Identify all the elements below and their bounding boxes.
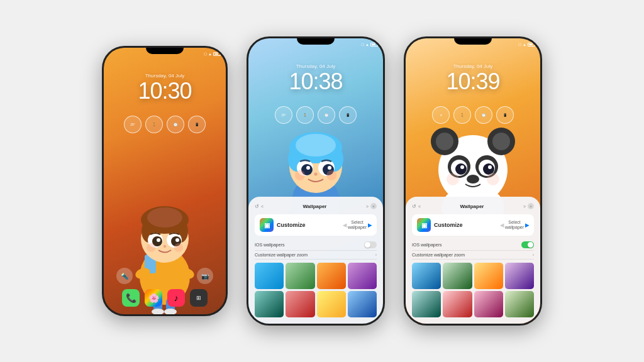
- phone-3-notch: [454, 38, 492, 45]
- ios-wallpapers-row-2: IOS wallpapers: [255, 239, 377, 251]
- svg-point-21: [174, 243, 183, 252]
- calculator-app-icon[interactable]: ⊞: [190, 289, 208, 307]
- toggle-thumb-3: [528, 242, 533, 248]
- ios-wallpapers-toggle-3[interactable]: [521, 241, 534, 248]
- customize-app-icon-3[interactable]: ▣: [417, 218, 431, 232]
- panel-left-controls: ↺ <: [255, 204, 264, 209]
- phone-3-time-display: Thursday, 04 July 10:39: [406, 63, 540, 93]
- phone-3: ⬡ ▲ Thursday, 04 July 10:39 ☀ 🚶 🕐 📱: [404, 36, 542, 326]
- phone-3-body: ⬡ ▲ Thursday, 04 July 10:39 ☀ 🚶 🕐 📱: [404, 36, 542, 326]
- select-wallpaper-label-3: Select wallpaper: [505, 220, 524, 231]
- customize-left: ▣ Customize: [260, 218, 306, 232]
- customize-zoom-row-3[interactable]: Customize wallpaper zoom ›: [412, 251, 534, 260]
- wallpaper-thumb-4[interactable]: [348, 263, 377, 289]
- wallpaper-prev-arrow-3[interactable]: ◀: [500, 222, 504, 228]
- customize-zoom-row-2[interactable]: Customize wallpaper zoom ›: [255, 251, 377, 260]
- svg-point-18: [175, 238, 179, 242]
- widget-steps: 🚶: [145, 116, 163, 133]
- status-bar-3: ⬡ ▲: [518, 42, 535, 47]
- panel-nav-right-3[interactable]: >: [523, 204, 526, 209]
- wallpaper-thumbnails-3: [412, 263, 534, 317]
- music-app-icon[interactable]: ♪: [167, 289, 185, 307]
- ios-wallpapers-row-3: IOS wallpapers: [412, 239, 534, 251]
- wallpaper-animal-thumb-2[interactable]: [443, 263, 472, 289]
- battery-icon-3: [528, 43, 535, 47]
- phone-1-character: [104, 138, 226, 314]
- wallpaper-next-arrow[interactable]: ▶: [368, 222, 372, 228]
- photos-app-icon[interactable]: 🌸: [145, 289, 162, 307]
- wallpaper-animal-thumb-1[interactable]: [412, 263, 441, 289]
- bluetooth-icon-2: ⬡: [361, 42, 364, 47]
- svg-point-17: [157, 238, 160, 242]
- phone-2-screen: ⬡ ▲ Thursday, 04 July 10:38 28° 🚶 🕐 📱: [248, 38, 383, 324]
- ios-wallpapers-label-3: IOS wallpapers: [412, 243, 441, 247]
- customize-row-2: ▣ Customize ◀ Select wallpaper ▶: [255, 214, 377, 236]
- wifi-icon-2: ▲: [365, 43, 369, 47]
- panel-nav-right[interactable]: >: [366, 204, 369, 209]
- svg-point-35: [295, 170, 305, 180]
- flashlight-button[interactable]: 🔦: [116, 268, 133, 284]
- customize-zoom-label: Customize wallpaper zoom: [255, 253, 308, 257]
- phone-1-utilities[interactable]: 🔦 📷: [104, 268, 226, 284]
- svg-point-42: [492, 133, 510, 150]
- wallpaper-animal-thumb-7[interactable]: [474, 291, 503, 317]
- zoom-chevron-icon: ›: [375, 253, 377, 257]
- svg-point-49: [460, 165, 464, 169]
- svg-point-51: [467, 175, 479, 184]
- widget-clock: 🕐: [167, 116, 184, 133]
- svg-point-52: [447, 173, 459, 185]
- phone-1-dock: 📞 🌸 ♪ ⊞: [122, 289, 208, 307]
- svg-point-7: [164, 309, 177, 314]
- panel-title-2: Wallpaper: [264, 204, 366, 209]
- phone-1-time: 10:30: [104, 80, 226, 102]
- wallpaper-animal-thumb-5[interactable]: [412, 291, 441, 317]
- svg-point-36: [326, 170, 336, 180]
- wallpaper-next-arrow-3[interactable]: ▶: [525, 222, 529, 228]
- wallpaper-thumb-2[interactable]: [286, 263, 314, 289]
- phone-app-icon[interactable]: 📞: [122, 289, 140, 307]
- svg-point-53: [487, 173, 499, 185]
- select-wallpaper-control-3[interactable]: ◀ Select wallpaper ▶: [500, 220, 529, 231]
- wallpaper-thumb-7[interactable]: [317, 291, 346, 317]
- svg-point-32: [306, 166, 310, 170]
- character-boy-autumn: [114, 138, 215, 314]
- select-wallpaper-control[interactable]: ◀ Select wallpaper ▶: [343, 220, 372, 231]
- customize-label: Customize: [277, 222, 306, 228]
- panel-close-button[interactable]: ×: [370, 203, 377, 209]
- phone-1-body: ⬡ ▲ Thursday, 04 July 10:30 28° 🚶: [102, 46, 228, 316]
- wallpaper-thumb-6[interactable]: [286, 291, 314, 317]
- refresh-icon[interactable]: ↺: [255, 204, 259, 209]
- wallpaper-thumb-5[interactable]: [255, 291, 284, 317]
- wallpaper-animal-thumb-3[interactable]: [474, 263, 503, 289]
- ios-wallpapers-toggle[interactable]: [364, 241, 377, 248]
- wallpaper-prev-arrow[interactable]: ◀: [343, 222, 347, 228]
- bluetooth-icon-3: ⬡: [518, 42, 521, 47]
- wallpaper-animal-thumb-6[interactable]: [443, 291, 472, 317]
- camera-button[interactable]: 📷: [197, 268, 213, 284]
- wallpaper-animal-thumb-4[interactable]: [505, 263, 534, 289]
- svg-point-34: [314, 173, 318, 176]
- refresh-icon-3[interactable]: ↺: [412, 204, 416, 209]
- svg-point-50: [488, 165, 492, 169]
- select-wallpaper-label: Select wallpaper: [348, 220, 367, 231]
- phone-3-date: Thursday, 04 July: [406, 63, 540, 69]
- panel-header-3: ↺ < Wallpaper > ×: [412, 203, 534, 209]
- wallpaper-thumb-3[interactable]: [317, 263, 346, 289]
- svg-point-27: [296, 134, 336, 156]
- wallpaper-animal-thumb-8[interactable]: [505, 291, 534, 317]
- widget-battery: 📱: [188, 116, 206, 133]
- panel-right-controls: > ×: [366, 203, 377, 209]
- wifi-icon-3: ▲: [523, 43, 526, 47]
- wallpaper-thumb-8[interactable]: [348, 291, 377, 317]
- status-bar-1: ⬡ ▲: [204, 52, 221, 56]
- widget-temp: 28°: [124, 116, 142, 133]
- panel-header-2: ↺ < Wallpaper > ×: [255, 203, 377, 209]
- wallpaper-thumb-1[interactable]: [255, 263, 284, 289]
- panel-close-button-3[interactable]: ×: [528, 203, 534, 209]
- customize-app-icon[interactable]: ▣: [260, 218, 274, 232]
- svg-point-47: [455, 163, 467, 175]
- ios-wallpapers-label: IOS wallpapers: [255, 243, 284, 247]
- phone-3-time: 10:39: [406, 70, 540, 93]
- panel-left-controls-3: ↺ <: [412, 204, 421, 209]
- customize-zoom-label-3: Customize wallpaper zoom: [412, 253, 465, 257]
